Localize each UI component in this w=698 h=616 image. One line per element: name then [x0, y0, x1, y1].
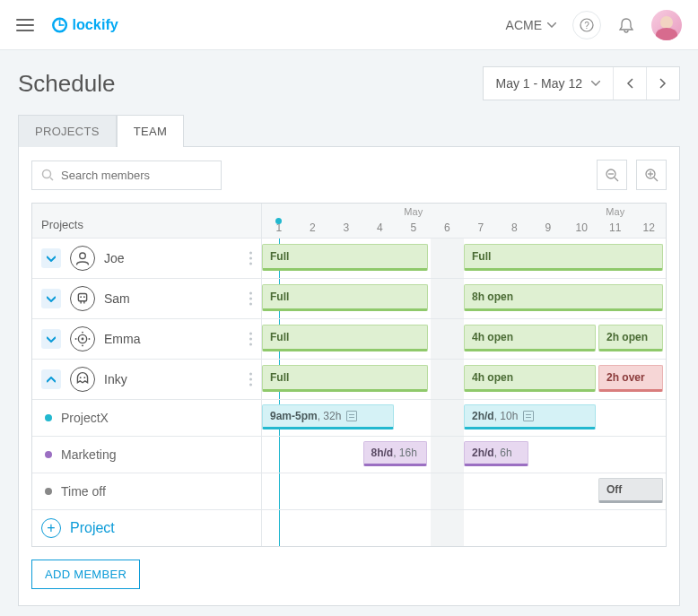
member-row: JoeFullFull	[32, 239, 666, 279]
svg-point-23	[82, 332, 83, 334]
zoom-in-button[interactable]	[636, 160, 667, 190]
svg-text:?: ?	[584, 21, 589, 30]
search-input[interactable]	[61, 169, 212, 182]
schedule-bar[interactable]: Full	[464, 244, 663, 271]
add-project-row: +Project	[32, 510, 666, 546]
chevron-right-icon	[659, 78, 667, 89]
project-row: ProjectX9am-5pm, 32h2h/d, 10h	[32, 400, 666, 437]
svg-point-27	[80, 377, 82, 378]
drag-handle[interactable]	[249, 333, 252, 346]
svg-point-6	[43, 170, 51, 178]
date-range-picker: May 1 - May 12	[483, 66, 680, 100]
member-name: Emma	[104, 332, 140, 346]
schedule-bar[interactable]: 8h open	[464, 284, 663, 311]
member-row: EmmaFull4h open2h open	[32, 319, 666, 360]
svg-point-15	[80, 253, 86, 259]
expand-button[interactable]	[41, 329, 61, 349]
day-header: 10	[565, 204, 599, 238]
day-header: 6	[431, 204, 465, 238]
grid-header-label: Projects	[32, 204, 262, 238]
day-header: 5May	[397, 204, 431, 238]
svg-point-17	[80, 296, 82, 298]
workspace-name: ACME	[506, 18, 542, 32]
day-header: 8	[498, 204, 532, 238]
day-header: 11May	[598, 204, 633, 238]
member-name: Sam	[104, 291, 130, 306]
schedule-bar[interactable]: 2h over	[598, 365, 663, 392]
day-header: 4	[363, 204, 397, 238]
help-icon: ?	[580, 18, 594, 32]
next-range-button[interactable]	[646, 67, 679, 100]
member-name: Joe	[104, 251, 125, 265]
schedule-bar[interactable]: 2h/d, 6h	[464, 441, 528, 466]
search-icon	[41, 169, 54, 181]
day-header: 12	[633, 204, 667, 238]
note-icon	[523, 411, 534, 421]
tab-projects[interactable]: PROJECTS	[18, 115, 117, 147]
svg-rect-2	[59, 24, 65, 26]
help-button[interactable]: ?	[572, 11, 601, 39]
drag-handle[interactable]	[249, 292, 252, 306]
month-label: May	[397, 206, 431, 217]
bell-icon	[618, 17, 634, 33]
project-name: Marketing	[61, 447, 116, 462]
schedule-bar[interactable]: Full	[262, 365, 428, 392]
drag-handle[interactable]	[249, 252, 252, 265]
date-range-button[interactable]: May 1 - May 12	[484, 67, 613, 100]
svg-point-22	[82, 338, 84, 341]
svg-line-14	[654, 178, 658, 181]
drag-handle[interactable]	[249, 373, 252, 386]
member-name: Inky	[104, 372, 127, 386]
expand-button[interactable]	[41, 289, 61, 308]
project-color-dot	[45, 488, 52, 495]
project-name: ProjectX	[61, 411, 109, 425]
person-icon	[70, 286, 95, 311]
svg-point-25	[75, 338, 77, 340]
expand-button[interactable]	[41, 248, 61, 268]
tab-team[interactable]: TEAM	[117, 115, 184, 147]
svg-line-10	[615, 178, 618, 181]
schedule-bar[interactable]: 2h open	[598, 325, 663, 351]
zoom-out-button[interactable]	[597, 160, 627, 190]
workspace-selector[interactable]: ACME	[506, 18, 556, 32]
avatar[interactable]	[651, 10, 682, 40]
add-project-button[interactable]: +Project	[41, 518, 115, 538]
schedule-bar[interactable]: 9am-5pm, 32h	[262, 404, 394, 429]
date-range-label: May 1 - May 12	[496, 76, 582, 91]
note-icon	[346, 411, 357, 421]
svg-text:lockify: lockify	[72, 15, 118, 31]
schedule-bar[interactable]: Full	[262, 284, 428, 311]
schedule-bar[interactable]: Full	[262, 244, 428, 271]
page-title: Schedule	[18, 70, 115, 98]
day-header: 7	[464, 204, 498, 238]
zoom-out-icon	[605, 168, 619, 182]
person-icon	[70, 367, 95, 392]
schedule-bar[interactable]: 8h/d, 16h	[363, 441, 428, 466]
member-row: InkyFull4h open2h over	[32, 360, 666, 400]
add-member-button[interactable]: ADD MEMBER	[31, 560, 140, 589]
project-row: Time offOff	[32, 473, 666, 510]
member-row: SamFull8h open	[32, 279, 666, 319]
menu-button[interactable]	[16, 19, 34, 31]
chevron-down-icon	[591, 81, 600, 86]
project-row: Marketing8h/d, 16h2h/d, 6h	[32, 437, 666, 473]
schedule-bar[interactable]: Off	[598, 478, 663, 503]
schedule-bar[interactable]: Full	[262, 325, 428, 351]
project-color-dot	[45, 451, 52, 458]
prev-range-button[interactable]	[613, 67, 646, 100]
zoom-in-icon	[644, 168, 659, 182]
day-header: 9	[531, 204, 565, 238]
schedule-bar[interactable]: 4h open	[464, 365, 596, 392]
collapse-button[interactable]	[41, 369, 61, 389]
svg-point-18	[83, 296, 85, 298]
schedule-bar[interactable]: 2h/d, 10h	[464, 404, 596, 429]
add-project-label: Project	[70, 520, 115, 536]
svg-rect-16	[78, 293, 86, 300]
day-header: 2	[296, 204, 330, 238]
logo: lockify	[50, 13, 167, 37]
svg-line-7	[50, 178, 53, 180]
svg-point-26	[89, 338, 91, 340]
schedule-bar[interactable]: 4h open	[464, 325, 596, 351]
person-icon	[70, 246, 95, 271]
notifications-button[interactable]	[612, 11, 641, 39]
